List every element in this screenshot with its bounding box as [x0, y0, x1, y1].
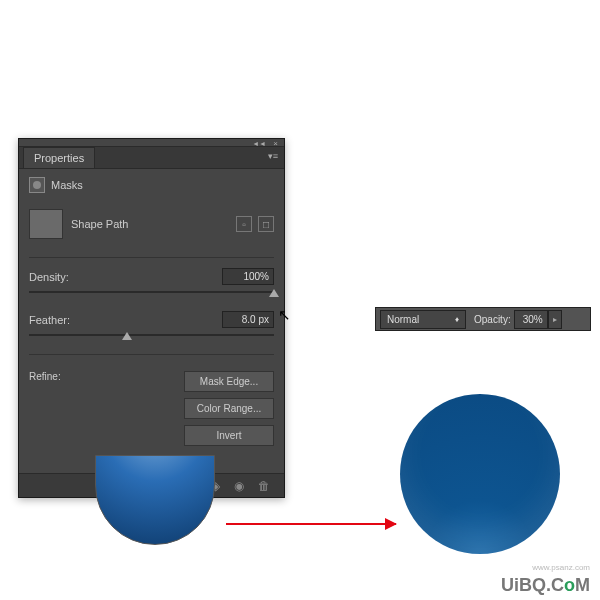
- masks-title: Masks: [51, 179, 83, 191]
- sphere-right: [400, 394, 560, 554]
- opacity-label: Opacity:: [474, 314, 511, 325]
- vector-mask-icon[interactable]: □: [258, 216, 274, 232]
- feather-value[interactable]: 8.0 px: [222, 311, 274, 328]
- panel-header: ◄◄ ×: [19, 139, 284, 147]
- flyout-menu-icon[interactable]: ▾≡: [268, 151, 278, 161]
- tab-bar: Properties ▾≡: [19, 147, 284, 169]
- collapse-icon[interactable]: ◄◄: [252, 140, 266, 147]
- properties-panel: ◄◄ × Properties ▾≡ Masks Shape Path ▫ □ …: [18, 138, 285, 498]
- masks-header: Masks: [29, 177, 274, 193]
- toggle-icon[interactable]: ◉: [234, 479, 244, 493]
- color-range-button[interactable]: Color Range...: [184, 398, 274, 419]
- add-mask-icon[interactable]: ▫: [236, 216, 252, 232]
- feather-label: Feather:: [29, 314, 70, 326]
- density-value[interactable]: 100%: [222, 268, 274, 285]
- invert-button[interactable]: Invert: [184, 425, 274, 446]
- mask-icon: [29, 177, 45, 193]
- shape-path-row: Shape Path ▫ □: [29, 205, 274, 253]
- opacity-value[interactable]: 30%: [514, 310, 548, 329]
- opacity-arrow-icon[interactable]: ▸: [548, 310, 562, 329]
- watermark: UiBQ.CoM: [501, 575, 590, 596]
- density-label: Density:: [29, 271, 69, 283]
- tab-properties[interactable]: Properties: [23, 147, 95, 168]
- shape-path-label: Shape Path: [71, 218, 129, 230]
- sphere-left: [95, 455, 215, 545]
- cursor-icon: ↖: [278, 306, 291, 324]
- density-slider[interactable]: [29, 291, 274, 293]
- mask-edge-button[interactable]: Mask Edge...: [184, 371, 274, 392]
- blend-mode-select[interactable]: Normal♦: [380, 310, 466, 329]
- options-bar: Normal♦ Opacity: 30% ▸: [375, 307, 591, 331]
- refine-label: Refine:: [29, 371, 61, 446]
- trash-icon[interactable]: 🗑: [258, 479, 270, 493]
- watermark-sub: www.psanz.com: [532, 563, 590, 572]
- mask-thumbnail[interactable]: [29, 209, 63, 239]
- chevron-down-icon: ♦: [455, 315, 459, 324]
- arrow-icon: [226, 523, 396, 525]
- feather-slider[interactable]: [29, 334, 274, 336]
